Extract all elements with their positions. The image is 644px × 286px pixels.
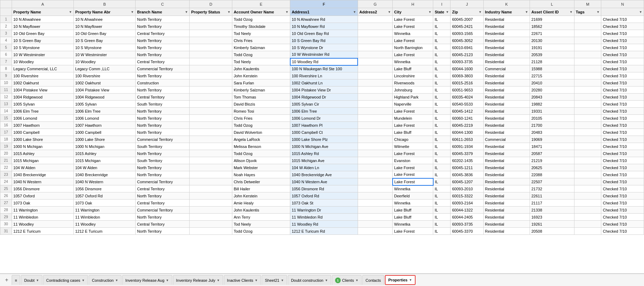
cell-asset-client-id[interactable]: 21117 bbox=[530, 199, 574, 207]
filter-icon-b[interactable]: ▼ bbox=[131, 10, 134, 14]
cell-zip[interactable]: 60044-1600 bbox=[451, 65, 483, 72]
cell-state[interactable]: IL bbox=[433, 58, 451, 65]
cell-zip[interactable]: 60051-9653 bbox=[451, 87, 483, 94]
cell-property-name[interactable]: 11 Warrington bbox=[12, 207, 73, 214]
cell-tags[interactable] bbox=[574, 30, 601, 37]
cell-property-name[interactable]: 1015 Ashley bbox=[12, 150, 73, 157]
cell-extra[interactable]: Checked 7/10 bbox=[601, 51, 644, 58]
col-header-address1[interactable]: Address1 ▼ bbox=[290, 8, 358, 16]
cell-property-name-abr[interactable]: 10 S Wynstone bbox=[74, 44, 136, 51]
cell-state[interactable]: IL bbox=[433, 214, 451, 221]
cell-tags[interactable] bbox=[574, 214, 601, 221]
cell-property-name-abr[interactable]: 1040 N Western bbox=[74, 178, 136, 185]
cell-address1[interactable]: 10 W Westminster Rd bbox=[290, 51, 358, 58]
cell-account-owner[interactable]: Mark Webster bbox=[232, 164, 290, 171]
cell-branch-name[interactable]: Construction bbox=[136, 79, 190, 87]
cell-property-name[interactable]: 1002 Oakhurst bbox=[12, 79, 73, 87]
cell-city[interactable]: North Barrington bbox=[393, 44, 433, 51]
cell-extra[interactable]: Checked 7/10 bbox=[601, 65, 644, 72]
cell-property-name[interactable]: 1004 Pistakee View bbox=[12, 87, 73, 94]
cell-account-owner[interactable]: Tod Neely bbox=[232, 30, 290, 37]
filter-icon-k[interactable]: ▼ bbox=[525, 10, 528, 14]
col-header-state[interactable]: State ▼ bbox=[433, 8, 451, 16]
cell-account-owner[interactable]: Amie Healy bbox=[232, 199, 290, 207]
cell-account-owner[interactable]: Romeo Tosi bbox=[232, 108, 290, 115]
cell-property-name-abr[interactable]: 1005 Sylvan bbox=[74, 101, 136, 108]
cell-address1[interactable]: 1057 Oxford Rd bbox=[290, 192, 358, 199]
cell-account-owner[interactable]: Todd Ozog bbox=[232, 150, 290, 157]
cell-address2[interactable] bbox=[358, 16, 393, 23]
cell-address1[interactable]: 1040 Breckenridge Ave bbox=[290, 171, 358, 178]
cell-account-owner[interactable]: Tod Neely bbox=[232, 221, 290, 228]
cell-property-name[interactable]: 1040 N Western bbox=[12, 178, 73, 185]
filter-icon-i[interactable]: ▼ bbox=[446, 10, 449, 14]
cell-account-owner[interactable]: Ann Terry bbox=[232, 214, 290, 221]
cell-property-status[interactable] bbox=[190, 221, 232, 228]
cell-property-name[interactable]: 1073 Oak bbox=[12, 199, 73, 207]
cell-account-owner[interactable]: Chris Detweiler bbox=[232, 178, 290, 185]
cell-tags[interactable] bbox=[574, 171, 601, 178]
cell-tags[interactable] bbox=[574, 122, 601, 129]
cell-state[interactable]: IL bbox=[433, 44, 451, 51]
cell-tags[interactable] bbox=[574, 94, 601, 101]
cell-asset-client-id[interactable]: 20539 bbox=[530, 51, 574, 58]
cell-address1[interactable]: 1000 N Michigan Ave bbox=[290, 143, 358, 150]
cell-branch-name[interactable]: North Territory bbox=[136, 164, 190, 171]
cell-address2[interactable] bbox=[358, 51, 393, 58]
tab-inactive-clients[interactable]: Inactive Clients ▼ bbox=[224, 275, 261, 285]
cell-property-name-abr[interactable]: Legacy Comm ,LLC bbox=[74, 65, 136, 72]
cell-account-owner[interactable]: Timothy Stockdale bbox=[232, 23, 290, 30]
cell-tags[interactable] bbox=[574, 164, 601, 171]
col-header-city[interactable]: City ▼ bbox=[393, 8, 433, 16]
cell-city[interactable]: Lake Bluff bbox=[393, 129, 433, 136]
cell-property-name[interactable]: 100 Rivershire bbox=[12, 72, 73, 79]
cell-asset-client-id[interactable]: 19191 bbox=[530, 44, 574, 51]
cell-property-status[interactable] bbox=[190, 207, 232, 214]
cell-branch-name[interactable]: Central Territory bbox=[136, 185, 190, 192]
cell-zip[interactable]: 60540-5533 bbox=[451, 101, 483, 108]
cell-property-name[interactable]: 10 S Wynstone bbox=[12, 44, 73, 51]
cell-address2[interactable] bbox=[358, 30, 393, 37]
cell-address1[interactable]: 1040 N Western Ave bbox=[290, 178, 358, 185]
col-header-property-name[interactable]: Property Name ▼ bbox=[12, 8, 73, 16]
cell-address2[interactable] bbox=[358, 87, 393, 94]
cell-state[interactable]: IL bbox=[433, 79, 451, 87]
cell-state[interactable]: IL bbox=[433, 164, 451, 171]
cell-industry-name[interactable]: Residential bbox=[483, 122, 530, 129]
col-header-account-owner[interactable]: Account Owner Name ▼ bbox=[232, 8, 290, 16]
cell-branch-name[interactable]: Commercial Territory bbox=[136, 178, 190, 185]
cell-account-owner[interactable]: Todd Ozog bbox=[232, 122, 290, 129]
col-header-asset-client-id[interactable]: Asset Client ID ▼ bbox=[530, 8, 574, 16]
cell-address2[interactable] bbox=[358, 108, 393, 115]
cell-asset-client-id[interactable]: 21128 bbox=[530, 58, 574, 65]
cell-tags[interactable] bbox=[574, 101, 601, 108]
cell-state[interactable]: IL bbox=[433, 207, 451, 214]
cell-city[interactable]: Lake Forest bbox=[393, 51, 433, 58]
cell-account-owner[interactable]: Melissa Benson bbox=[232, 143, 290, 150]
cell-industry-name[interactable]: Residential bbox=[483, 214, 530, 221]
cell-account-owner[interactable]: Kimberly Salzman bbox=[232, 87, 290, 94]
cell-account-owner[interactable]: Todd Ozog bbox=[232, 16, 290, 23]
cell-address1[interactable]: 100 Rivershire Ln bbox=[290, 72, 358, 79]
cell-industry-name[interactable]: Commercial bbox=[483, 136, 530, 143]
filter-icon-d[interactable]: ▼ bbox=[227, 10, 231, 14]
filter-icon-e[interactable]: ▼ bbox=[285, 10, 288, 14]
cell-branch-name[interactable]: North Territory bbox=[136, 192, 190, 199]
cell-branch-name[interactable]: Commercial Territory bbox=[136, 207, 190, 214]
cell-city[interactable]: Lincolnshire bbox=[393, 72, 433, 79]
cell-account-owner[interactable]: David Wolverton bbox=[232, 129, 290, 136]
cell-address1[interactable]: 104 W Alden Ln bbox=[290, 164, 358, 171]
cell-asset-client-id[interactable]: 15988 bbox=[530, 65, 574, 72]
cell-extra[interactable]: Checked 7/10 bbox=[601, 129, 644, 136]
cell-city[interactable]: Lake Forest bbox=[393, 171, 433, 178]
cell-address2[interactable] bbox=[358, 185, 393, 192]
cell-branch-name[interactable]: Central Territory bbox=[136, 94, 190, 101]
cell-tags[interactable] bbox=[574, 87, 601, 94]
cell-tags[interactable] bbox=[574, 23, 601, 30]
cell-tags[interactable] bbox=[574, 221, 601, 228]
cell-zip[interactable]: 60045-2421 bbox=[451, 23, 483, 30]
cell-property-status[interactable] bbox=[190, 37, 232, 44]
cell-property-status[interactable] bbox=[190, 51, 232, 58]
cell-address1[interactable]: 10 N Ahwahnee Rd bbox=[290, 16, 358, 23]
cell-zip[interactable]: 60044-1322 bbox=[451, 207, 483, 214]
